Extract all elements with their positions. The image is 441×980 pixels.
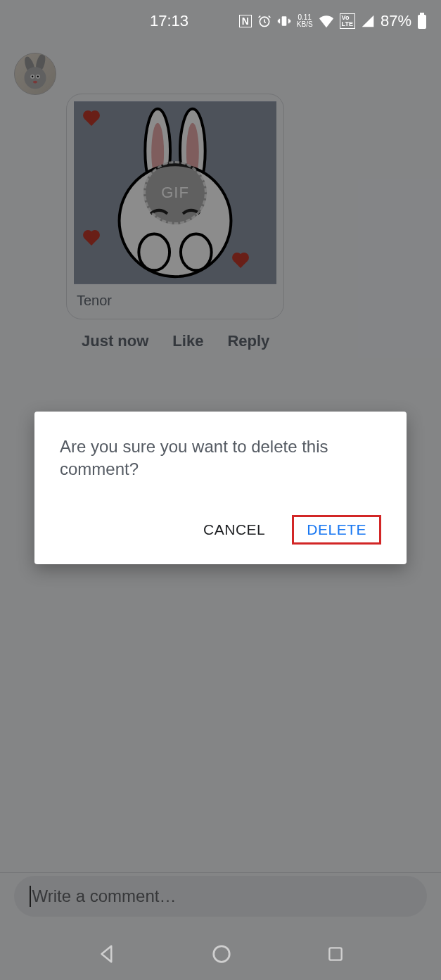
volte-icon: VoLTE bbox=[340, 13, 355, 29]
cancel-button[interactable]: CANCEL bbox=[193, 516, 275, 544]
nfc-icon: N bbox=[239, 15, 252, 27]
svg-point-20 bbox=[214, 946, 230, 962]
alarm-icon bbox=[257, 14, 271, 28]
home-icon[interactable] bbox=[211, 943, 232, 967]
delete-button[interactable]: DELETE bbox=[292, 515, 381, 545]
svg-rect-17 bbox=[281, 16, 286, 25]
svg-rect-21 bbox=[329, 948, 341, 960]
vibrate-icon bbox=[277, 14, 291, 28]
svg-rect-19 bbox=[418, 15, 426, 29]
battery-icon bbox=[417, 13, 427, 30]
status-bar: 17:13 N 0.11 KB/S VoLTE 87% bbox=[0, 0, 441, 42]
system-navbar bbox=[0, 931, 441, 980]
svg-rect-18 bbox=[420, 13, 424, 15]
delete-confirm-dialog: Are you sure you want to delete this com… bbox=[34, 412, 407, 564]
status-time: 17:13 bbox=[150, 12, 188, 30]
wifi-icon bbox=[319, 14, 334, 28]
network-speed: 0.11 KB/S bbox=[297, 14, 313, 28]
back-icon[interactable] bbox=[96, 943, 117, 967]
recent-apps-icon[interactable] bbox=[326, 945, 345, 966]
signal-icon bbox=[361, 14, 375, 28]
dialog-message: Are you sure you want to delete this com… bbox=[60, 435, 381, 481]
battery-percentage: 87% bbox=[381, 12, 411, 30]
